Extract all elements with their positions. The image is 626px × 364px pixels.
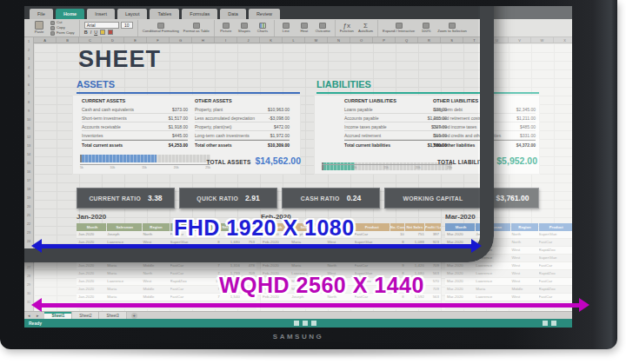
row-27[interactable]: 27: [24, 263, 33, 272]
table-row[interactable]: Feb-2020MariaNorthFastCar91,420709: [261, 262, 441, 270]
row-26[interactable]: 26: [24, 255, 33, 263]
row-28[interactable]: 28: [24, 272, 33, 281]
expand-interactive-button[interactable]: Expand / Interactive: [383, 23, 415, 34]
tab-nav-arrows[interactable]: ◂ ▸: [24, 313, 44, 318]
column-headers[interactable]: ABCDEFGHIJKLMNOPQRSTUVWX: [34, 37, 572, 43]
font-name-select[interactable]: Arial: [84, 22, 119, 29]
col-G[interactable]: G: [170, 37, 192, 43]
paste-button[interactable]: Paste: [32, 21, 46, 35]
col-K[interactable]: K: [260, 37, 283, 43]
table-row[interactable]: Mar-2020LawrenceWestSuperGlue71,088: [445, 255, 572, 262]
tab-file[interactable]: File: [30, 9, 53, 19]
col-B[interactable]: B: [57, 37, 79, 43]
row-20[interactable]: 20: [24, 202, 33, 211]
table-row[interactable]: Mar-2020LawrenceWestFastCar61,610: [445, 278, 572, 286]
row-17[interactable]: 17: [24, 176, 33, 185]
col-V[interactable]: V: [509, 37, 531, 43]
col-W[interactable]: W: [531, 37, 554, 43]
col-O[interactable]: O: [350, 37, 373, 43]
font-size-select[interactable]: 10: [121, 22, 133, 29]
zoom-in-icon[interactable]: [551, 321, 556, 326]
row-5[interactable]: 5: [24, 72, 33, 81]
row-16[interactable]: 16: [24, 168, 33, 176]
tab-formulas[interactable]: Formulas: [182, 9, 217, 19]
row-11[interactable]: 11: [24, 124, 33, 133]
col-Q[interactable]: Q: [396, 37, 418, 43]
table-row[interactable]: Feb-2020JosephMiddleSuperGlue91,610428: [261, 255, 441, 262]
underline-button[interactable]: U: [94, 30, 97, 35]
outcome-button[interactable]: Outcome: [316, 23, 330, 34]
picture-button[interactable]: Picture: [219, 23, 233, 34]
shapes-button[interactable]: Shapes: [237, 23, 251, 34]
col-X[interactable]: X: [554, 37, 572, 43]
italic-button[interactable]: I: [90, 30, 92, 35]
row-9[interactable]: 9: [24, 107, 33, 116]
line-button[interactable]: Line: [279, 23, 293, 34]
row-1[interactable]: 1: [24, 37, 33, 46]
col-L[interactable]: L: [283, 37, 305, 43]
row-8[interactable]: 8: [24, 98, 33, 107]
zoom-to-selection-button[interactable]: Zoom to Selection: [437, 23, 467, 34]
row-14[interactable]: 14: [24, 150, 33, 159]
table-row[interactable]: Mar-2020MariaMiddleRapidZoo61,540: [445, 286, 572, 294]
table-row[interactable]: Mar-2020LawrenceWestRapidZoo52,111: [445, 270, 572, 278]
break-view-icon[interactable]: [311, 321, 316, 326]
normal-view-icon[interactable]: [294, 321, 299, 326]
charts-button[interactable]: Charts: [256, 23, 270, 34]
row-7[interactable]: 7: [24, 89, 33, 98]
row-30[interactable]: 30: [24, 289, 33, 298]
page-view-icon[interactable]: [303, 321, 308, 326]
tab-data[interactable]: Data: [220, 9, 246, 19]
row-21[interactable]: 21: [24, 211, 33, 220]
col-U[interactable]: U: [486, 37, 509, 43]
col-C[interactable]: C: [79, 37, 102, 43]
row-22[interactable]: 22: [24, 220, 33, 228]
col-F[interactable]: F: [147, 37, 170, 43]
row-13[interactable]: 13: [24, 142, 33, 150]
autosum-button[interactable]: ΣAutoSum: [358, 23, 373, 34]
row-19[interactable]: 19: [24, 194, 33, 202]
table-row[interactable]: Jan-2020MariaMiddleFastCar71,316478: [77, 262, 256, 270]
table-row[interactable]: Jan-2020LawrenceMiddleSuperGlue101,54057…: [77, 255, 256, 262]
table-row[interactable]: Mar-2020LawrenceWestFastCar61,680: [445, 262, 572, 270]
col-S[interactable]: S: [441, 37, 463, 43]
100--button[interactable]: 100%: [419, 23, 433, 34]
row-headers[interactable]: 1234567891011121314151617181920212223242…: [24, 37, 34, 328]
row-4[interactable]: 4: [24, 63, 33, 72]
col-A[interactable]: A: [34, 37, 57, 43]
heat-button[interactable]: Heat: [297, 23, 311, 34]
conditional-formatting-button[interactable]: Conditional Formatting: [143, 23, 179, 34]
tab-layout[interactable]: Layout: [117, 9, 148, 19]
row-6[interactable]: 6: [24, 81, 33, 89]
row-23[interactable]: 23: [24, 228, 33, 237]
fill-color-button[interactable]: [100, 30, 105, 35]
col-M[interactable]: M: [305, 37, 328, 43]
row-3[interactable]: 3: [24, 55, 33, 63]
bold-button[interactable]: B: [84, 30, 88, 35]
col-T[interactable]: T: [463, 37, 486, 43]
copy-button[interactable]: Copy: [50, 26, 75, 30]
font-color-button[interactable]: [108, 30, 113, 35]
zoom-out-icon[interactable]: [543, 321, 548, 326]
tab-insert[interactable]: Insert: [87, 9, 115, 19]
col-N[interactable]: N: [328, 37, 350, 43]
row-10[interactable]: 10: [24, 116, 33, 124]
row-29[interactable]: 29: [24, 281, 33, 289]
col-E[interactable]: E: [124, 37, 147, 43]
col-J[interactable]: J: [237, 37, 260, 43]
table-row[interactable]: Mar-2020JosephNorthSuperGlue92,277: [445, 231, 572, 239]
form-copy-button[interactable]: Form Copy: [50, 31, 75, 36]
function-button[interactable]: ƒxFunction: [340, 23, 354, 34]
cut-button[interactable]: Cut: [50, 21, 75, 25]
add-sheet-button[interactable]: +: [131, 313, 137, 319]
col-R[interactable]: R: [418, 37, 441, 43]
col-H[interactable]: H: [192, 37, 215, 43]
format-as-table-button[interactable]: Format as Table: [183, 23, 210, 34]
col-P[interactable]: P: [373, 37, 396, 43]
row-18[interactable]: 18: [24, 185, 33, 194]
tab-home[interactable]: Home: [56, 9, 84, 19]
tab-tables[interactable]: Tables: [150, 9, 179, 19]
col-I[interactable]: I: [215, 37, 237, 43]
col-D[interactable]: D: [102, 37, 124, 43]
row-12[interactable]: 12: [24, 133, 33, 142]
